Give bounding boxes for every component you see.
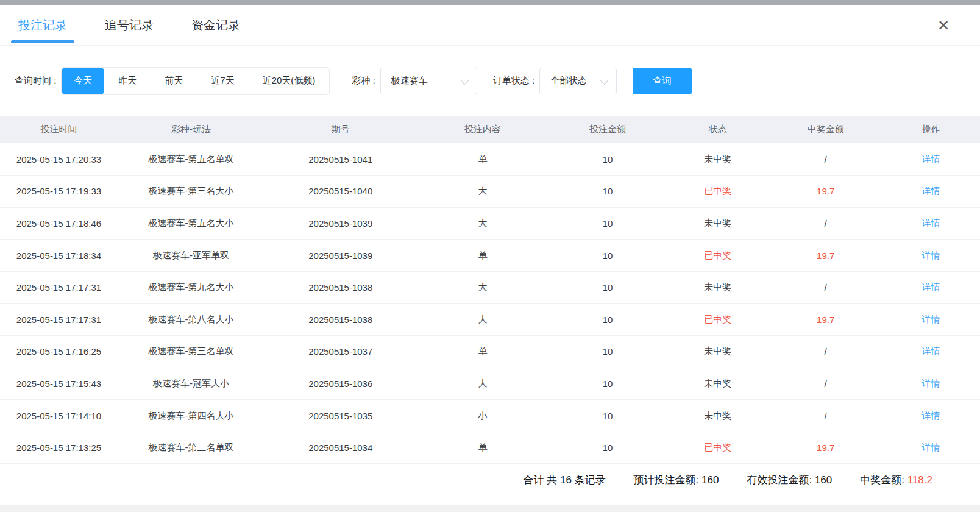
table-row: 2025-05-15 17:15:43 极速赛车-冠军大小 20250515-1… bbox=[0, 368, 980, 400]
cell-issue: 20250515-1038 bbox=[265, 304, 416, 336]
cell-action: 详情 bbox=[882, 240, 980, 272]
tab-bet-records[interactable]: 投注记录 bbox=[18, 5, 67, 45]
detail-link[interactable]: 详情 bbox=[922, 282, 940, 292]
cell-prize-amount: / bbox=[769, 368, 882, 400]
tab-label: 资金记录 bbox=[191, 17, 240, 34]
table-row: 2025-05-15 17:18:34 极速赛车-亚军单双 20250515-1… bbox=[0, 240, 980, 272]
time-option-last-20-days[interactable]: 近20天(低频) bbox=[249, 68, 330, 94]
lottery-type-label: 彩种 : bbox=[352, 75, 375, 87]
close-icon[interactable]: ✕ bbox=[937, 18, 950, 33]
cell-bet-amount: 10 bbox=[549, 207, 666, 240]
total-records-text: 合计 共 16 条记录 bbox=[524, 473, 606, 487]
cell-bet-time: 2025-05-15 17:14:10 bbox=[0, 400, 118, 432]
detail-link[interactable]: 详情 bbox=[922, 218, 940, 228]
cell-issue: 20250515-1037 bbox=[265, 336, 416, 368]
table-row: 2025-05-15 17:18:46 极速赛车-第五名大小 20250515-… bbox=[0, 207, 980, 240]
cell-bet-time: 2025-05-15 17:13:25 bbox=[0, 432, 118, 464]
cell-lottery-play: 极速赛车-第三名单双 bbox=[118, 432, 265, 464]
col-prize-amount: 中奖金额 bbox=[769, 116, 882, 143]
cell-bet-time: 2025-05-15 17:17:31 bbox=[0, 271, 118, 304]
cell-bet-time: 2025-05-15 17:15:43 bbox=[0, 368, 118, 400]
valid-bet-amount-value: 160 bbox=[815, 474, 832, 486]
cell-bet-content: 大 bbox=[416, 368, 549, 400]
time-range-group: 今天 昨天 前天 近7天 近20天(低频) bbox=[61, 67, 330, 95]
detail-link[interactable]: 详情 bbox=[922, 410, 940, 421]
col-bet-amount: 投注金额 bbox=[549, 116, 666, 143]
time-option-day-before[interactable]: 前天 bbox=[151, 68, 197, 94]
table-row: 2025-05-15 17:14:10 极速赛车-第四名大小 20250515-… bbox=[0, 400, 980, 432]
order-status-value: 全部状态 bbox=[550, 75, 587, 87]
detail-link[interactable]: 详情 bbox=[922, 442, 940, 452]
cell-issue: 20250515-1039 bbox=[265, 240, 416, 272]
tab-fund-records[interactable]: 资金记录 bbox=[191, 5, 240, 45]
table-row: 2025-05-15 17:19:33 极速赛车-第三名大小 20250515-… bbox=[0, 176, 980, 208]
tab-label: 追号记录 bbox=[105, 17, 154, 34]
cell-bet-content: 单 bbox=[416, 240, 549, 272]
detail-link[interactable]: 详情 bbox=[922, 154, 940, 164]
cell-prize-amount: / bbox=[769, 207, 882, 240]
detail-link[interactable]: 详情 bbox=[922, 250, 940, 260]
chevron-down-icon bbox=[461, 77, 469, 85]
cell-action: 详情 bbox=[882, 368, 980, 400]
cell-action: 详情 bbox=[882, 143, 980, 176]
table-row: 2025-05-15 17:17:31 极速赛车-第九名大小 20250515-… bbox=[0, 271, 980, 304]
table-header-row: 投注时间 彩种-玩法 期号 投注内容 投注金额 状态 中奖金额 操作 bbox=[0, 116, 980, 143]
cell-issue: 20250515-1035 bbox=[265, 400, 416, 432]
detail-link[interactable]: 详情 bbox=[922, 314, 940, 324]
detail-link[interactable]: 详情 bbox=[922, 378, 940, 388]
cell-bet-content: 单 bbox=[416, 432, 549, 464]
cell-bet-amount: 10 bbox=[549, 432, 666, 464]
bottom-scrollbar-track bbox=[0, 505, 980, 512]
col-status: 状态 bbox=[666, 116, 769, 143]
lottery-type-value: 极速赛车 bbox=[391, 75, 428, 87]
time-option-yesterday[interactable]: 昨天 bbox=[104, 68, 151, 94]
tab-bar: 投注记录 追号记录 资金记录 ✕ bbox=[0, 5, 980, 46]
lottery-type-select[interactable]: 极速赛车 bbox=[380, 68, 477, 94]
time-option-last-7-days[interactable]: 近7天 bbox=[197, 68, 248, 94]
cell-status: 未中奖 bbox=[666, 207, 769, 240]
col-bet-content: 投注内容 bbox=[416, 116, 549, 143]
table-row: 2025-05-15 17:16:25 极速赛车-第三名单双 20250515-… bbox=[0, 336, 980, 368]
cell-bet-time: 2025-05-15 17:16:25 bbox=[0, 336, 118, 368]
cell-bet-content: 单 bbox=[416, 143, 549, 176]
expected-bet-amount: 预计投注金额: 160 bbox=[634, 473, 719, 487]
valid-bet-amount-label: 有效投注金额: bbox=[747, 474, 814, 486]
order-status-select[interactable]: 全部状态 bbox=[539, 68, 617, 94]
cell-status: 已中奖 bbox=[666, 176, 769, 208]
cell-lottery-play: 极速赛车-亚军单双 bbox=[118, 240, 265, 272]
cell-bet-time: 2025-05-15 17:18:34 bbox=[0, 240, 118, 272]
col-bet-time: 投注时间 bbox=[0, 116, 118, 143]
cell-prize-amount: 19.7 bbox=[769, 240, 882, 272]
tab-chase-records[interactable]: 追号记录 bbox=[105, 5, 154, 45]
cell-status: 已中奖 bbox=[666, 432, 769, 464]
detail-link[interactable]: 详情 bbox=[922, 185, 940, 196]
cell-issue: 20250515-1040 bbox=[265, 176, 416, 208]
cell-status: 已中奖 bbox=[666, 240, 769, 272]
cell-lottery-play: 极速赛车-冠军大小 bbox=[118, 368, 265, 400]
time-option-today[interactable]: 今天 bbox=[62, 68, 104, 94]
cell-bet-amount: 10 bbox=[549, 271, 666, 304]
cell-bet-amount: 10 bbox=[549, 336, 666, 368]
cell-bet-amount: 10 bbox=[549, 368, 666, 400]
detail-link[interactable]: 详情 bbox=[922, 346, 940, 356]
filter-bar: 查询时间 : 今天 昨天 前天 近7天 近20天(低频) 彩种 : 极速赛车 订… bbox=[0, 46, 980, 116]
table-row: 2025-05-15 17:20:33 极速赛车-第五名单双 20250515-… bbox=[0, 143, 980, 176]
table-row: 2025-05-15 17:17:31 极速赛车-第八名大小 20250515-… bbox=[0, 304, 980, 336]
cell-bet-content: 大 bbox=[416, 271, 549, 304]
cell-prize-amount: / bbox=[769, 336, 882, 368]
cell-bet-amount: 10 bbox=[549, 304, 666, 336]
tab-label: 投注记录 bbox=[18, 17, 67, 34]
active-tab-underline bbox=[11, 40, 74, 43]
search-button[interactable]: 查询 bbox=[633, 68, 692, 94]
cell-lottery-play: 极速赛车-第三名单双 bbox=[118, 336, 265, 368]
cell-prize-amount: / bbox=[769, 143, 882, 176]
cell-prize-amount: / bbox=[769, 400, 882, 432]
cell-prize-amount: / bbox=[769, 271, 882, 304]
cell-bet-amount: 10 bbox=[549, 176, 666, 208]
cell-bet-amount: 10 bbox=[549, 143, 666, 176]
cell-status: 已中奖 bbox=[666, 304, 769, 336]
expected-bet-amount-value: 160 bbox=[701, 474, 719, 486]
cell-lottery-play: 极速赛车-第八名大小 bbox=[118, 304, 265, 336]
cell-bet-content: 单 bbox=[416, 336, 549, 368]
cell-prize-amount: 19.7 bbox=[769, 432, 882, 464]
